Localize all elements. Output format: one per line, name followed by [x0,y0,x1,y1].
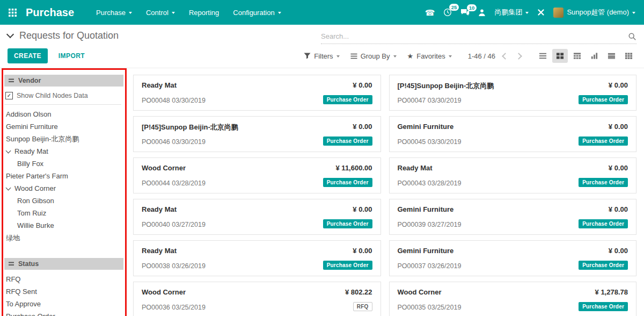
menu-item[interactable]: Purchase [89,0,139,25]
caret-down-icon [393,55,397,58]
vendor-filter-item[interactable]: Ron Gibson [4,195,127,207]
card-amount: ¥ 0.00 [609,205,628,213]
app-title[interactable]: Purchase [26,6,74,19]
view-switcher [535,49,636,63]
card-reference: PO00043 03/28/2019 [398,179,462,187]
user-menu[interactable]: Sunpop超管 (demo) [553,8,635,18]
show-child-nodes-checkbox[interactable]: ✓ Show Child Nodes Data [4,87,121,105]
vendor-name: Ron Gibson [17,197,54,205]
card-amount: ¥ 0.00 [353,247,372,255]
vendor-name: Addison Olson [6,110,52,118]
card-status-badge: Purchase Order [579,219,628,228]
card-vendor-title: Ready Mat [142,247,177,255]
group-by-menu[interactable]: Group By [350,52,397,60]
menu-item[interactable]: Reporting [182,0,226,25]
kanban-card[interactable]: Wood Corner ¥ 802.22 PO00036 03/25/2019 … [133,282,381,316]
vendor-list: Addison Olson Gemini Furniture Sunpop Be… [4,108,127,244]
vendor-filter-item[interactable]: Tom Ruiz [4,207,127,219]
card-reference: PO00039 03/27/2019 [398,221,462,228]
kanban-card[interactable]: Wood Corner ¥ 11,600.00 PO00044 03/28/20… [133,157,381,193]
odoo-purchase-app: Purchase Purchase Control Reporting [0,0,644,316]
status-filter-item[interactable]: RFQ Sent [4,285,127,298]
vendor-section-header[interactable]: Vendor [4,75,123,87]
phone-button[interactable]: ☎ [425,9,435,17]
filters-label: Filters [314,52,333,60]
user-avatar [553,8,564,18]
kanban-card[interactable]: Gemini Furniture ¥ 0.00 PO00037 03/26/20… [389,240,637,276]
calendar-view-button[interactable] [604,49,619,63]
card-status-badge: RFQ [353,302,372,311]
caret-down-icon [525,12,529,14]
status-filter-item[interactable]: Purchase Order [4,310,127,316]
card-reference: PO00046 03/30/2019 [142,138,206,146]
vendor-name: Willie Burke [17,221,54,229]
section-bars-icon [9,78,14,83]
chevron-down-icon [6,185,11,190]
graph-view-button[interactable] [587,49,602,63]
vendor-filter-item[interactable]: 绿地 [4,232,127,244]
vendor-name: Tom Ruiz [17,209,46,217]
status-section-header[interactable]: Status [4,258,123,270]
list-view-button[interactable] [535,49,551,63]
kanban-card[interactable]: [P!45]Sunpop Beijin-北京尚鹏 ¥ 0.00 PO00046 … [133,116,381,152]
card-amount: ¥ 0.00 [609,164,628,172]
kanban-card[interactable]: Ready Mat ¥ 0.00 PO00043 03/28/2019 Purc… [389,157,637,193]
kanban-card[interactable]: Ready Mat ¥ 0.00 PO00038 03/26/2019 Purc… [133,240,381,276]
card-status-badge: Purchase Order [323,261,372,270]
card-amount: ¥ 0.00 [609,247,628,255]
status-filter-item[interactable]: RFQ [4,273,127,285]
kanban-card[interactable]: Ready Mat ¥ 0.00 PO00040 03/27/2019 Purc… [133,199,381,235]
menu-item[interactable]: Control [139,0,182,25]
vendor-filter-item[interactable]: Willie Burke [4,219,127,232]
favorites-menu[interactable]: ★ Favorites [407,52,452,60]
status-name: To Approve [6,300,41,308]
filter-funnel-icon [304,53,311,59]
company-switcher[interactable]: 尚鹏集团 [494,8,529,17]
group-by-label: Group By [361,52,390,60]
card-vendor-title: Ready Mat [142,205,177,213]
kanban-view-icon [556,52,564,60]
vendor-name: Pieter Parter's Farm [6,172,68,180]
vendor-name: Sunpop Beijin-北京尚鹏 [6,134,79,144]
pivot-view-button[interactable] [569,49,585,63]
vendor-name: Wood Corner [14,184,56,192]
employees-button[interactable] [478,9,486,17]
status-filter-item[interactable]: To Approve [4,298,127,310]
filters-menu[interactable]: Filters [304,52,339,60]
card-status-badge: Purchase Order [323,95,372,104]
vendor-filter-item[interactable]: Ready Mat [4,145,127,157]
search-icon[interactable] [628,32,636,41]
vendor-filter-item[interactable]: Sunpop Beijin-北京尚鹏 [4,133,127,145]
vendor-filter-item[interactable]: Billy Fox [4,157,127,170]
menu-item-label: Reporting [189,9,219,17]
apps-menu-button[interactable] [0,0,25,25]
import-button[interactable]: IMPORT [55,52,88,60]
kanban-card[interactable]: Gemini Furniture ¥ 0.00 PO00045 03/30/20… [389,116,637,152]
pager-next-button[interactable] [515,53,522,60]
main-menu: Purchase Control Reporting Confi [89,0,288,25]
collapse-chevron-icon[interactable] [6,31,14,38]
card-amount: ¥ 0.00 [353,205,372,213]
kanban-card[interactable]: Gemini Furniture ¥ 0.00 PO00039 03/27/20… [389,199,637,235]
messages-button[interactable]: 10 [460,9,470,17]
card-vendor-title: Gemini Furniture [398,247,454,255]
card-amount: ¥ 802.22 [345,288,372,296]
vendor-filter-item[interactable]: Addison Olson [4,108,127,120]
kanban-card[interactable]: Ready Mat ¥ 0.00 PO00048 03/30/2019 Purc… [133,75,381,111]
activities-button[interactable]: 25 [443,8,452,17]
vendor-filter-item[interactable]: Pieter Parter's Farm [4,170,127,182]
status-name: RFQ [6,275,20,283]
tools-button[interactable] [537,9,545,16]
chevron-down-icon [6,148,11,153]
kanban-view-button[interactable] [552,49,568,63]
pager-previous-button[interactable] [502,53,509,60]
activity-view-button[interactable] [621,49,636,63]
kanban-card[interactable]: Wood Corner ¥ 1,278.78 PO00035 03/25/201… [389,282,637,316]
kanban-card[interactable]: [P!45]Sunpop Beijin-北京尚鹏 ¥ 0.00 PO00047 … [389,75,637,111]
create-button[interactable]: CREATE [8,48,48,63]
search-input[interactable] [321,32,628,40]
vendor-filter-item[interactable]: Wood Corner [4,182,127,195]
menu-item[interactable]: Configuration [226,0,288,25]
card-reference: PO00048 03/30/2019 [142,97,206,104]
vendor-filter-item[interactable]: Gemini Furniture [4,120,127,133]
